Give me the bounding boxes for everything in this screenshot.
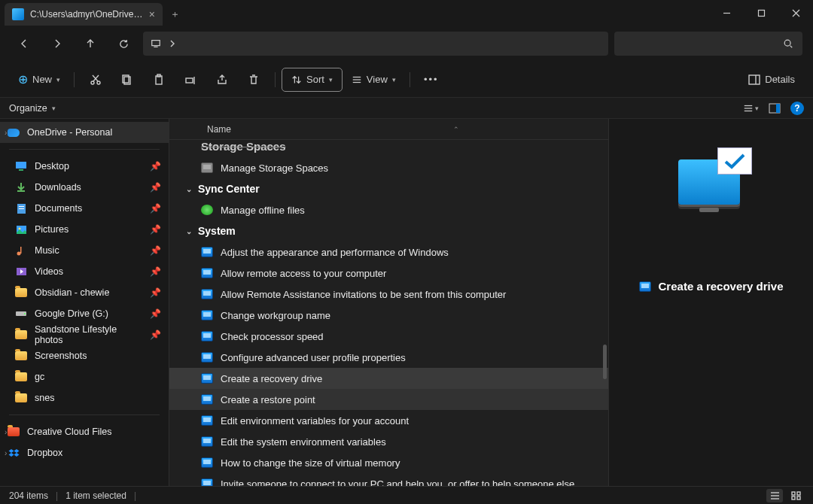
- group-header-sync[interactable]: ⌄Sync Center: [169, 178, 608, 199]
- scrollbar-thumb[interactable]: [603, 345, 607, 379]
- list-item[interactable]: Edit the system environment variables: [169, 431, 608, 452]
- list-item[interactable]: Change workgroup name: [169, 305, 608, 326]
- list-item[interactable]: Edit environment variables for your acco…: [169, 410, 608, 431]
- close-window-button[interactable]: [778, 0, 813, 26]
- sidebar-item-snes[interactable]: snes: [0, 387, 169, 408]
- chevron-down-icon: ▾: [52, 105, 56, 112]
- sidebar-item-documents[interactable]: Documents📌: [0, 198, 169, 219]
- list-item[interactable]: Create a restore point: [169, 389, 608, 410]
- help-button[interactable]: ?: [790, 102, 804, 115]
- list-item[interactable]: Configure advanced user profile properti…: [169, 347, 608, 368]
- window-tab[interactable]: C:\Users\admyr\OneDrive\Des ×: [5, 3, 163, 26]
- file-list[interactable]: Name ⌃ Storage Spaces Manage Storage Spa…: [169, 119, 608, 486]
- tab-app-icon: [12, 8, 24, 20]
- group-header-storage[interactable]: Storage Spaces: [169, 140, 608, 157]
- svg-rect-37: [20, 247, 22, 254]
- navigation-sidebar: › OneDrive - Personal Desktop📌 Downloads…: [0, 119, 169, 486]
- sidebar-item-obsidian[interactable]: Obsidian - chewie📌: [0, 282, 169, 303]
- forward-button[interactable]: [44, 32, 71, 56]
- paste-button[interactable]: [144, 68, 174, 92]
- delete-button[interactable]: [239, 68, 269, 92]
- back-button[interactable]: [11, 32, 38, 56]
- svg-point-36: [17, 252, 21, 256]
- videos-icon: [15, 266, 27, 278]
- sort-button[interactable]: Sort ▾: [282, 68, 343, 92]
- minimize-button[interactable]: [709, 0, 744, 26]
- sidebar-item-screenshots[interactable]: Screenshots: [0, 345, 169, 366]
- sidebar-item-ccf[interactable]: ›Creative Cloud Files: [0, 421, 169, 442]
- sort-label: Sort: [306, 74, 324, 85]
- copy-button[interactable]: [112, 68, 142, 92]
- sidebar-item-downloads[interactable]: Downloads📌: [0, 177, 169, 198]
- view-button[interactable]: View ▾: [344, 68, 403, 92]
- pin-icon: 📌: [150, 329, 161, 340]
- list-item[interactable]: Allow Remote Assistance invitations to b…: [169, 284, 608, 305]
- maximize-button[interactable]: [744, 0, 778, 26]
- system-item-icon: [201, 394, 213, 405]
- list-item[interactable]: Manage offline files: [169, 199, 608, 220]
- view-mode-dropdown[interactable]: ▾: [742, 100, 759, 117]
- list-item[interactable]: Invite someone to connect to your PC and…: [169, 473, 608, 486]
- pin-icon: 📌: [150, 182, 161, 193]
- system-item-icon: [201, 331, 213, 342]
- svg-rect-16: [186, 78, 193, 83]
- folder-icon: [15, 392, 27, 404]
- new-button[interactable]: ⊕ New ▾: [11, 68, 68, 92]
- view-icon: [352, 74, 362, 85]
- thumbnails-view-button[interactable]: [787, 489, 804, 502]
- sidebar-item-onedrive[interactable]: › OneDrive - Personal: [0, 122, 169, 143]
- svg-rect-47: [797, 496, 800, 499]
- svg-rect-44: [792, 492, 795, 495]
- sidebar-item-sandstone[interactable]: Sandstone Lifestyle photos📌: [0, 324, 169, 345]
- monitor-icon: [151, 38, 161, 49]
- rename-button[interactable]: [175, 68, 206, 92]
- cut-button[interactable]: [81, 68, 111, 92]
- svg-point-40: [24, 313, 26, 314]
- list-item-selected[interactable]: Create a recovery drive: [169, 368, 608, 389]
- list-item[interactable]: Manage Storage Spaces: [169, 157, 608, 178]
- dropbox-icon: [8, 447, 20, 459]
- list-item[interactable]: Check processor speed: [169, 326, 608, 347]
- preview-pane-toggle[interactable]: [766, 100, 783, 117]
- sidebar-item-desktop[interactable]: Desktop📌: [0, 156, 169, 177]
- svg-line-7: [790, 46, 793, 48]
- svg-point-6: [784, 40, 790, 46]
- sidebar-item-pictures[interactable]: Pictures📌: [0, 219, 169, 240]
- sidebar-item-videos[interactable]: Videos📌: [0, 261, 169, 282]
- desktop-icon: [15, 160, 27, 172]
- details-view-button[interactable]: [766, 489, 783, 502]
- system-item-icon: [201, 457, 213, 468]
- folder-icon: [15, 350, 27, 362]
- search-box[interactable]: [614, 32, 802, 56]
- chevron-right-icon: [169, 40, 176, 47]
- system-item-icon: [201, 478, 213, 486]
- chevron-down-icon: ⌄: [186, 227, 192, 235]
- list-item[interactable]: Allow remote access to your computer: [169, 263, 608, 284]
- organize-label: Organize: [9, 103, 47, 114]
- more-button[interactable]: •••: [416, 68, 446, 92]
- list-item[interactable]: How to change the size of virtual memory: [169, 452, 608, 473]
- status-item-count: 204 items: [9, 490, 48, 501]
- svg-rect-21: [749, 75, 760, 84]
- new-tab-button[interactable]: ＋: [163, 3, 187, 26]
- group-header-system[interactable]: ⌄System: [169, 220, 608, 241]
- list-item[interactable]: Adjust the appearance and performance of…: [169, 241, 608, 263]
- close-tab-icon[interactable]: ×: [149, 8, 155, 20]
- svg-rect-4: [152, 41, 160, 46]
- sidebar-item-music[interactable]: Music📌: [0, 240, 169, 261]
- sidebar-item-label: OneDrive - Personal: [27, 127, 112, 138]
- sidebar-item-gdrive[interactable]: Google Drive (G:)📌: [0, 303, 169, 324]
- chevron-right-icon: ›: [5, 449, 7, 457]
- sidebar-item-gc[interactable]: gc: [0, 366, 169, 387]
- sidebar-item-dropbox[interactable]: ›Dropbox: [0, 442, 169, 463]
- details-pane-button[interactable]: Details: [741, 68, 802, 92]
- refresh-button[interactable]: [110, 32, 137, 56]
- share-button[interactable]: [207, 68, 237, 92]
- svg-point-9: [97, 81, 100, 84]
- up-button[interactable]: [77, 32, 104, 56]
- organize-menu[interactable]: Organize ▾: [9, 103, 56, 114]
- column-header-name[interactable]: Name ⌃: [169, 119, 608, 140]
- new-label: New: [32, 74, 52, 85]
- address-bar[interactable]: [143, 32, 608, 56]
- system-item-icon: [201, 289, 213, 299]
